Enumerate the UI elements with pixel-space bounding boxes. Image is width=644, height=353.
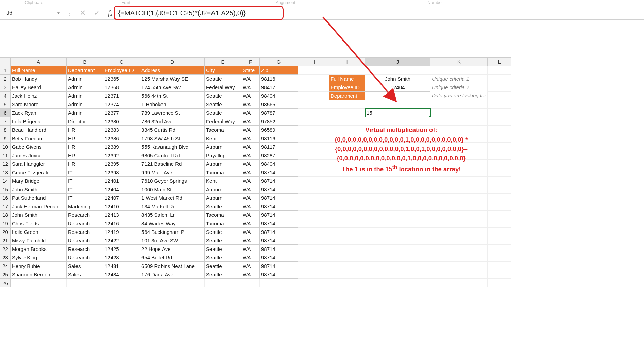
cell-J25[interactable]: [365, 270, 430, 279]
cell-B2[interactable]: Admin: [67, 75, 103, 83]
cell-D24[interactable]: 6509 Robins Nest Lane: [140, 262, 205, 270]
cell-J23[interactable]: [365, 253, 430, 262]
cell-C6[interactable]: 12377: [103, 109, 140, 117]
cell-D14[interactable]: 7610 Geyer Springs: [140, 177, 205, 185]
cell-H6[interactable]: [298, 109, 329, 117]
cell-L23[interactable]: [488, 253, 511, 262]
cell-G20[interactable]: 98714: [260, 228, 298, 236]
cell-L18[interactable]: [488, 211, 511, 219]
cell-F5[interactable]: WA: [241, 100, 260, 109]
cell-A7[interactable]: Lola Brigeda: [11, 117, 67, 126]
cell-E9[interactable]: Kent: [205, 134, 241, 143]
cell-C22[interactable]: 12425: [103, 245, 140, 253]
cell-C12[interactable]: 12395: [103, 160, 140, 168]
cell-J16[interactable]: [365, 194, 430, 202]
cell-G24[interactable]: 98714: [260, 262, 298, 270]
row-header-6[interactable]: 6: [0, 109, 11, 117]
cell-E17[interactable]: Seattle: [205, 202, 241, 211]
cell-D5[interactable]: 1 Hoboken: [140, 100, 205, 109]
row-header-20[interactable]: 20: [0, 228, 11, 236]
row-header-25[interactable]: 25: [0, 270, 11, 279]
cell-H5[interactable]: [298, 100, 329, 109]
cell-K5[interactable]: [430, 100, 488, 109]
cell-F8[interactable]: WA: [241, 126, 260, 134]
cell-I7[interactable]: [329, 117, 365, 126]
cell-A2[interactable]: Bob Handy: [11, 75, 67, 83]
cell-J24[interactable]: [365, 262, 430, 270]
cell-D17[interactable]: 134 Markell Rd: [140, 202, 205, 211]
cell-A4[interactable]: Jack Heinz: [11, 92, 67, 100]
cell-F23[interactable]: WA: [241, 253, 260, 262]
cell-E18[interactable]: Tacoma: [205, 211, 241, 219]
row-header-10[interactable]: 10: [0, 143, 11, 151]
row-header-18[interactable]: 18: [0, 211, 11, 219]
cell-D23[interactable]: 654 Bullet Rd: [140, 253, 205, 262]
cell-G19[interactable]: 98714: [260, 219, 298, 228]
cell-D18[interactable]: 8435 Salem Ln: [140, 211, 205, 219]
cell-D25[interactable]: 176 Dana Ave: [140, 270, 205, 279]
cell-J2[interactable]: John Smith: [365, 75, 430, 83]
cell-L25[interactable]: [488, 270, 511, 279]
cell-G4[interactable]: 98404: [260, 92, 298, 100]
row-header-2[interactable]: 2: [0, 75, 11, 83]
cell-A3[interactable]: Hailey Beard: [11, 83, 67, 92]
cell-C3[interactable]: 12368: [103, 83, 140, 92]
cell-E22[interactable]: Seattle: [205, 245, 241, 253]
cell-B16[interactable]: IT: [67, 194, 103, 202]
cell-D21[interactable]: 101 3rd Ave SW: [140, 236, 205, 245]
col-header-K[interactable]: K: [430, 58, 488, 66]
col-header-G[interactable]: G: [260, 58, 298, 66]
cell-H7[interactable]: [298, 117, 329, 126]
cell-D4[interactable]: 566 44th St: [140, 92, 205, 100]
cell-A22[interactable]: Morgan Brooks: [11, 245, 67, 253]
cell-H17[interactable]: [298, 202, 329, 211]
cell-C4[interactable]: 12371: [103, 92, 140, 100]
cell-C10[interactable]: 12389: [103, 143, 140, 151]
cell-J18[interactable]: [365, 211, 430, 219]
cell-C26[interactable]: [103, 279, 140, 287]
cell-B3[interactable]: Admin: [67, 83, 103, 92]
row-header-3[interactable]: 3: [0, 83, 11, 92]
cell-K22[interactable]: [430, 245, 488, 253]
col-header-J[interactable]: J: [365, 58, 430, 66]
cell-D1[interactable]: Address: [140, 66, 205, 75]
cell-A16[interactable]: Pat Sutherland: [11, 194, 67, 202]
row-header-11[interactable]: 11: [0, 151, 11, 160]
cell-B9[interactable]: HR: [67, 134, 103, 143]
cell-C23[interactable]: 12428: [103, 253, 140, 262]
cell-L17[interactable]: [488, 202, 511, 211]
cell-J26[interactable]: [365, 279, 430, 287]
cell-H21[interactable]: [298, 236, 329, 245]
row-header-24[interactable]: 24: [0, 262, 11, 270]
cell-D2[interactable]: 125 Marsha Way SE: [140, 75, 205, 83]
cell-K20[interactable]: [430, 228, 488, 236]
cell-A14[interactable]: Mary Bridge: [11, 177, 67, 185]
cell-K19[interactable]: [430, 219, 488, 228]
row-header-15[interactable]: 15: [0, 185, 11, 194]
cell-B10[interactable]: HR: [67, 143, 103, 151]
cell-B17[interactable]: Marketing: [67, 202, 103, 211]
cell-E13[interactable]: Tacoma: [205, 168, 241, 177]
cell-C21[interactable]: 12422: [103, 236, 140, 245]
col-header-C[interactable]: C: [103, 58, 140, 66]
row-header-1[interactable]: 1: [0, 66, 11, 75]
cell-A5[interactable]: Sara Moore: [11, 100, 67, 109]
col-header-B[interactable]: B: [67, 58, 103, 66]
cell-K16[interactable]: [430, 194, 488, 202]
cell-B6[interactable]: Admin: [67, 109, 103, 117]
cell-K26[interactable]: [430, 279, 488, 287]
cell-E14[interactable]: Kent: [205, 177, 241, 185]
cell-G2[interactable]: 98116: [260, 75, 298, 83]
cell-E20[interactable]: Seattle: [205, 228, 241, 236]
cell-H18[interactable]: [298, 211, 329, 219]
cell-C14[interactable]: 12401: [103, 177, 140, 185]
cell-J17[interactable]: [365, 202, 430, 211]
cell-C13[interactable]: 12398: [103, 168, 140, 177]
cell-F20[interactable]: WA: [241, 228, 260, 236]
row-header-19[interactable]: 19: [0, 219, 11, 228]
cell-F16[interactable]: WA: [241, 194, 260, 202]
cell-B23[interactable]: Research: [67, 253, 103, 262]
cell-E4[interactable]: Seattle: [205, 92, 241, 100]
cell-I24[interactable]: [329, 262, 365, 270]
cell-E3[interactable]: Federal Way: [205, 83, 241, 92]
